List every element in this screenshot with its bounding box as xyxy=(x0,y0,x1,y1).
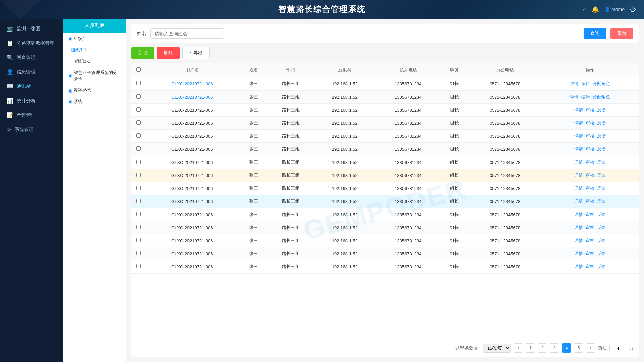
op-详情-link[interactable]: 详情 xyxy=(574,160,583,165)
op-反馈-link[interactable]: 反馈 xyxy=(597,107,606,112)
tree-item-group1-1[interactable]: 组织1-1 xyxy=(63,44,126,56)
row-checkbox[interactable] xyxy=(136,199,141,203)
tree-item-group1-2[interactable]: 组织1-2 xyxy=(63,56,126,67)
op-详情-link[interactable]: 详情 xyxy=(574,186,583,191)
page-3-button[interactable]: 3 xyxy=(550,343,559,353)
op-反馈-link[interactable]: 反馈 xyxy=(597,160,606,165)
op-审核-link[interactable]: 审核 xyxy=(586,133,594,138)
page-2-button[interactable]: 2 xyxy=(538,343,547,353)
prev-page-button[interactable]: ‹ xyxy=(514,343,523,353)
op-审核-link[interactable]: 审核 xyxy=(586,225,594,230)
op-反馈-link[interactable]: 反馈 xyxy=(597,173,606,178)
op-审核-link[interactable]: 审核 xyxy=(586,173,594,178)
delete-button[interactable]: 删除 xyxy=(157,47,180,59)
reset-button[interactable]: 重置 xyxy=(610,28,633,39)
bell-icon[interactable]: 🔔 xyxy=(592,6,599,13)
op-反馈-link[interactable]: 反馈 xyxy=(597,199,606,204)
tree-item-group1[interactable]: ▣ 组织1 xyxy=(63,33,126,44)
op-分配角色-link[interactable]: 分配角色 xyxy=(593,94,610,99)
query-button[interactable]: 查询 xyxy=(584,28,606,39)
op-反馈-link[interactable]: 反馈 xyxy=(597,225,606,230)
content-area: 人员列表 ▣ 组织1 组织1-1 组织1-2 ▣ 智慧路长管理系统的分会长 ▣ … xyxy=(63,19,644,362)
page-5-button[interactable]: 5 xyxy=(574,343,583,353)
export-button[interactable]: ↑ 导出 xyxy=(182,47,210,59)
op-审核-link[interactable]: 审核 xyxy=(586,146,594,152)
cell-role: 组长 xyxy=(440,117,469,130)
row-checkbox[interactable] xyxy=(136,238,141,242)
name-search-input[interactable] xyxy=(150,28,224,39)
op-审核-link[interactable]: 审核 xyxy=(586,212,594,217)
row-checkbox[interactable] xyxy=(136,94,141,99)
op-审核-link[interactable]: 审核 xyxy=(586,251,594,256)
sidebar-item-road-data[interactable]: 📋 公路基础数据管理 xyxy=(0,36,63,50)
op-详情-link[interactable]: 详情 xyxy=(574,264,583,269)
op-反馈-link[interactable]: 反馈 xyxy=(597,186,606,191)
op-反馈-link[interactable]: 反馈 xyxy=(597,212,606,217)
row-checkbox[interactable] xyxy=(136,173,141,177)
op-详情-link[interactable]: 详情 xyxy=(570,81,579,86)
op-反馈-link[interactable]: 反馈 xyxy=(597,133,606,138)
op-详情-link[interactable]: 详情 xyxy=(574,251,583,256)
row-checkbox[interactable] xyxy=(136,212,141,216)
op-审核-link[interactable]: 审核 xyxy=(586,160,594,165)
row-checkbox[interactable] xyxy=(136,120,141,125)
op-详情-link[interactable]: 详情 xyxy=(574,107,583,112)
row-checkbox-cell xyxy=(131,104,145,117)
op-详情-link[interactable]: 详情 xyxy=(574,199,583,204)
op-详情-link[interactable]: 详情 xyxy=(570,94,579,99)
goto-page-input[interactable] xyxy=(609,344,626,352)
tree-item-system[interactable]: ▣ 系统 xyxy=(63,96,126,107)
power-icon[interactable]: ⏻ xyxy=(630,6,636,13)
op-审核-link[interactable]: 审核 xyxy=(586,199,594,204)
op-审核-link[interactable]: 审核 xyxy=(586,238,594,243)
personnel-list-button[interactable]: 人员列表 xyxy=(63,19,126,33)
op-编辑-link[interactable]: 编辑 xyxy=(581,81,590,86)
sidebar-item-monitor[interactable]: 📺 监测一张图 xyxy=(0,21,63,36)
op-分配角色-link[interactable]: 分配角色 xyxy=(593,81,610,86)
sidebar-item-stats[interactable]: 📊 统计分析 xyxy=(0,94,63,108)
sidebar-item-patrol[interactable]: 🔍 巡查管理 xyxy=(0,50,63,65)
per-page-select[interactable]: 15条/页 10条/页 20条/页 50条/页 xyxy=(483,344,511,353)
home-icon[interactable]: ⌂ xyxy=(583,6,586,13)
tree-item-digital-road[interactable]: ▣ 数字路长 xyxy=(63,84,126,96)
op-详情-link[interactable]: 详情 xyxy=(574,173,583,178)
next-page-button[interactable]: › xyxy=(586,343,595,353)
op-详情-link[interactable]: 详情 xyxy=(574,238,583,243)
sidebar-item-contacts[interactable]: 📖 通讯录 xyxy=(0,79,63,94)
op-反馈-link[interactable]: 反馈 xyxy=(597,264,606,269)
op-编辑-link[interactable]: 编辑 xyxy=(581,94,590,99)
tree-item-smart-road[interactable]: ▣ 智慧路长管理系统的分会长 xyxy=(63,67,126,84)
op-审核-link[interactable]: 审核 xyxy=(586,186,594,191)
row-checkbox[interactable] xyxy=(136,251,141,255)
op-反馈-link[interactable]: 反馈 xyxy=(597,120,606,125)
op-反馈-link[interactable]: 反馈 xyxy=(597,251,606,256)
page-1-button[interactable]: 1 xyxy=(526,343,535,353)
op-详情-link[interactable]: 详情 xyxy=(574,225,583,230)
sidebar-item-assess[interactable]: 📝 考评管理 xyxy=(0,108,63,122)
row-checkbox[interactable] xyxy=(136,225,141,229)
row-checkbox[interactable] xyxy=(136,160,141,164)
op-审核-link[interactable]: 审核 xyxy=(586,120,594,125)
row-checkbox[interactable] xyxy=(136,264,141,268)
select-all-checkbox[interactable] xyxy=(136,67,141,72)
assess-icon: 📝 xyxy=(7,112,13,118)
op-详情-link[interactable]: 详情 xyxy=(574,120,583,125)
row-checkbox[interactable] xyxy=(136,81,141,85)
op-审核-link[interactable]: 审核 xyxy=(586,264,594,269)
row-checkbox[interactable] xyxy=(136,146,141,151)
sidebar-item-info[interactable]: 👤 信息管理 xyxy=(0,65,63,79)
op-详情-link[interactable]: 详情 xyxy=(574,212,583,217)
table-container: 用户名 姓名 部门 虚拟网 联系电话 职务 办公电话 操作 xyxy=(131,63,639,339)
op-详情-link[interactable]: 详情 xyxy=(574,146,583,152)
op-审核-link[interactable]: 审核 xyxy=(586,107,594,112)
op-详情-link[interactable]: 详情 xyxy=(574,133,583,138)
sidebar-item-system[interactable]: ⚙ 系统管理 xyxy=(0,122,63,137)
row-checkbox[interactable] xyxy=(136,133,141,138)
op-反馈-link[interactable]: 反馈 xyxy=(597,146,606,152)
add-button[interactable]: 新增 xyxy=(131,47,154,59)
row-checkbox[interactable] xyxy=(136,107,141,112)
row-checkbox[interactable] xyxy=(136,186,141,190)
op-反馈-link[interactable]: 反馈 xyxy=(597,238,606,243)
page-4-button[interactable]: 4 xyxy=(562,343,571,353)
table-row: GLXC-20210721-006 张三 路长三组 192.168.1.52 1… xyxy=(131,234,639,247)
